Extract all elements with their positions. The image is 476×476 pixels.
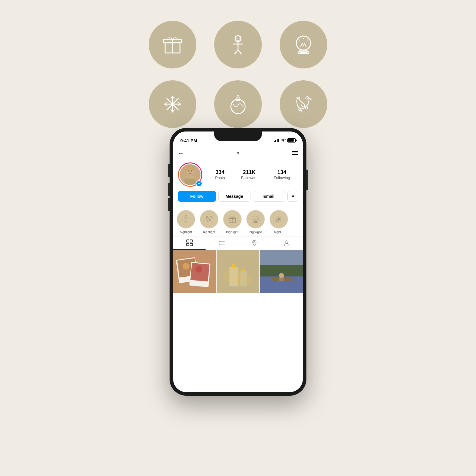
tab-grid[interactable] [173,237,206,250]
phone-screen: 9:41 PM [173,131,303,392]
svg-point-76 [219,245,220,245]
profile-top: + 334 Posts 211K Followers [178,162,298,187]
svg-point-78 [286,241,288,243]
svg-rect-68 [190,240,192,242]
page-container: 9:41 PM [0,0,476,476]
person-tag-icon [284,240,290,246]
snowglobe-circle-icon [280,21,327,68]
highlight-circle-1 [177,210,195,228]
highlight-label-4: highlight [250,230,262,234]
highlight-label-1: highlight [180,230,192,234]
battery-icon [287,138,296,143]
svg-rect-69 [187,243,189,246]
svg-rect-47 [185,178,196,186]
photo1-svg [173,250,216,293]
tab-list[interactable] [206,237,238,250]
following-stat: 134 Following [274,169,290,180]
svg-rect-35 [274,141,275,142]
tab-tagged[interactable] [270,237,303,250]
highlight-snowglobe-icon [251,214,260,224]
svg-point-53 [207,221,208,222]
gift-svg [161,33,184,57]
photo2-svg [217,250,259,293]
posts-stat: 334 Posts [215,169,225,180]
svg-point-8 [236,38,237,39]
icons-row-2 [149,80,327,128]
highlights-section: highlight [173,206,303,236]
followers-stat: 211K Followers [241,169,258,180]
highlight-gingerbread-icon [181,214,191,224]
gingerbread-svg [226,33,250,57]
photo-cell-3[interactable] [260,250,303,293]
svg-point-31 [237,95,239,97]
snowflake-circle-icon [149,80,196,128]
svg-point-77 [253,242,255,243]
svg-point-33 [305,107,308,109]
highlight-item-3[interactable]: highlight [223,210,242,234]
svg-rect-97 [279,278,284,281]
highlights-scroll: highlight [173,210,303,234]
photo-cell-1[interactable] [173,250,216,293]
svg-line-51 [184,221,186,223]
menu-button[interactable] [292,151,298,155]
svg-point-96 [279,273,284,278]
svg-point-44 [191,170,192,172]
svg-line-14 [299,40,300,40]
add-story-button[interactable]: + [196,180,202,187]
highlight-item-4[interactable]: highlight [246,210,265,234]
profile-stats: 334 Posts 211K Followers 134 Following [207,169,298,180]
svg-rect-70 [190,243,192,246]
svg-point-29 [231,99,245,114]
svg-point-75 [219,243,220,244]
following-label: Following [274,176,290,180]
svg-point-48 [185,215,187,217]
icons-row-1 [149,21,327,68]
highlight-circle-3 [223,210,242,228]
email-button[interactable]: Email [253,191,285,202]
highlight-bells-icon [204,214,214,224]
photo3-svg [260,250,303,293]
ornament-circle-icon [214,80,262,128]
follow-button[interactable]: Follow [178,191,216,202]
highlight-circle-4 [246,210,265,228]
status-time: 9:41 PM [180,138,197,143]
posts-count: 334 [215,169,225,176]
svg-point-34 [310,98,311,100]
svg-point-59 [253,216,258,222]
svg-rect-42 [186,169,194,171]
gingerbread-circle-icon [214,21,262,68]
highlight-item-1[interactable]: highlight [177,210,195,234]
photo-cell-2[interactable] [217,250,259,293]
list-icon [219,240,225,246]
svg-line-52 [186,221,187,223]
username-dropdown[interactable]: ▾ [237,151,239,155]
svg-rect-67 [187,240,189,242]
top-icons-grid [149,21,327,128]
followers-label: Followers [241,176,258,180]
highlight-item-5[interactable]: highl... [270,210,288,234]
highlight-label-3: highlight [226,230,239,234]
svg-rect-37 [277,139,278,142]
status-icons [274,138,296,143]
svg-point-9 [239,38,240,39]
svg-rect-36 [275,140,276,142]
message-button[interactable]: Message [218,191,250,202]
more-button[interactable]: ▾ [287,191,298,202]
phone-notch [214,131,262,141]
back-button[interactable]: ← [178,150,184,156]
phone-container: 9:41 PM [170,128,306,396]
wifi-icon [281,139,286,142]
svg-point-74 [219,241,220,242]
svg-line-15 [307,40,308,40]
gift-circle-icon [149,21,196,68]
avatar-wrapper: + [178,162,202,187]
tab-location[interactable] [238,237,270,250]
tab-bar [173,236,303,250]
highlight-item-2[interactable]: highlight [200,210,218,234]
signal-icon [274,139,279,142]
highlight-label-2: highlight [203,230,215,234]
following-count: 134 [274,169,290,176]
highlight-label-5: highl... [274,230,284,234]
highlight-gift-icon [228,214,237,224]
bells-svg [292,92,315,116]
